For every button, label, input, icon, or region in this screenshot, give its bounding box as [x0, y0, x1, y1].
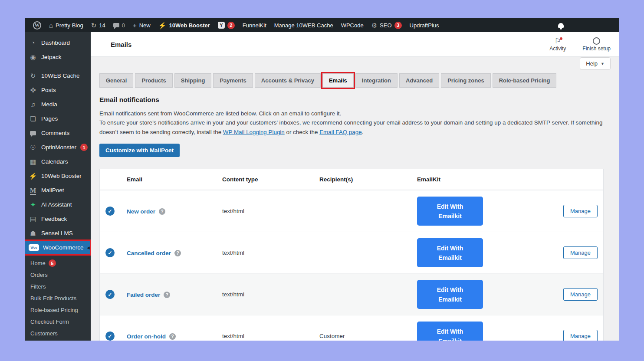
edit-with-emailkit-button[interactable]: Edit WithEmailkit [417, 280, 483, 309]
manage-button[interactable]: Manage [563, 330, 598, 341]
seo-badge: 3 [394, 22, 402, 29]
manage-button[interactable]: Manage [563, 205, 598, 217]
help-tip-icon[interactable]: ? [159, 208, 165, 215]
manage-button[interactable]: Manage [563, 288, 598, 301]
enabled-check-icon: ✓ [105, 248, 115, 257]
tab-integration[interactable]: Integration [355, 73, 398, 88]
dashboard-icon: ◔ [29, 39, 37, 46]
yoast-link[interactable]: Y2 [214, 18, 239, 32]
enabled-check-icon: ✓ [105, 207, 115, 216]
section-description-line2: To ensure your store’s notifications arr… [99, 118, 604, 137]
email-name-link[interactable]: Failed order [127, 292, 160, 298]
content-type-value: text/html [222, 249, 319, 256]
edit-with-emailkit-button[interactable]: Edit WithEmailkit [417, 197, 483, 226]
admin-sidebar: ◔Dashboard ◉Jetpack ↻10WEB Cache ✜Posts … [25, 32, 91, 341]
recipient-value: Customer [319, 333, 417, 339]
tab-general[interactable]: General [99, 73, 133, 88]
email-name-link[interactable]: New order [127, 208, 155, 215]
browser-screenshot-frame: W ⌂Pretty Blog ↻14 0 +New ⚡10Web Booster… [25, 18, 619, 341]
sidebar-item-woocommerce[interactable]: WooWooCommerce◀ [25, 240, 91, 255]
yoast-seo-icon: Y [218, 22, 225, 29]
funnelkit-link[interactable]: FunnelKit [239, 18, 270, 32]
email-faq-page-link[interactable]: Email FAQ page [319, 129, 362, 135]
edit-with-emailkit-button[interactable]: Edit WithEmailkit [417, 238, 483, 267]
wp-mail-logging-plugin-link[interactable]: WP Mail Logging Plugin [223, 129, 285, 135]
finish-setup-button[interactable]: Finish setup [582, 37, 611, 52]
tab-role-based-pricing[interactable]: Role-based Pricing [493, 73, 557, 88]
table-header-row: Email Content type Recipient(s) EmailKit [100, 169, 603, 190]
submenu-item-role-based-pricing[interactable]: Role-based Pricing [25, 304, 91, 316]
col-header-recipients: Recipient(s) [319, 176, 417, 183]
sidebar-item-jetpack[interactable]: ◉Jetpack [25, 50, 91, 64]
sidebar-item-mailpoet[interactable]: MMailPoet [25, 183, 91, 197]
sidebar-item-pages[interactable]: ❏Pages [25, 112, 91, 126]
calendar-icon: ▦ [29, 158, 37, 166]
sidebar-item-10web-booster[interactable]: ⚡10Web Booster [25, 169, 91, 183]
tab-emails[interactable]: Emails [322, 73, 354, 88]
site-name-link[interactable]: ⌂Pretty Blog [45, 18, 87, 32]
table-row-new-order: ✓ New order? text/html Edit WithEmailkit… [100, 190, 603, 232]
pushpin-icon: ✜ [29, 86, 37, 94]
updates-icon: ↻ [91, 22, 97, 29]
activity-button[interactable]: ⚐Activity [549, 37, 566, 52]
sidebar-item-posts[interactable]: ✜Posts [25, 83, 91, 97]
cache-icon: ↻ [29, 72, 37, 80]
customize-with-mailpoet-button[interactable]: Customize with MailPoet [99, 144, 180, 157]
sidebar-item-calendars[interactable]: ▦Calendars [25, 154, 91, 169]
home-icon: ⌂ [49, 22, 53, 29]
tab-products[interactable]: Products [135, 73, 172, 88]
help-dropdown-button[interactable]: Help▼ [580, 57, 611, 70]
tab-accounts-privacy[interactable]: Accounts & Privacy [255, 73, 321, 88]
sidebar-item-sensei-lms[interactable]: ☗Sensei LMS [25, 226, 91, 240]
content-type-value: text/html [222, 333, 319, 339]
sidebar-item-optinmonster[interactable]: ☉OptinMonster1 [25, 140, 91, 154]
submenu-item-checkout-form[interactable]: Checkout Form [25, 316, 91, 328]
tab-shipping[interactable]: Shipping [174, 73, 212, 88]
sidebar-item-dashboard[interactable]: ◔Dashboard [25, 36, 91, 50]
yoast-badge: 2 [227, 22, 235, 29]
col-header-email: Email [127, 176, 222, 183]
optinmonster-badge: 1 [80, 144, 88, 151]
wp-admin-bar: W ⌂Pretty Blog ↻14 0 +New ⚡10Web Booster… [25, 18, 619, 32]
sidebar-item-media[interactable]: ♫Media [25, 97, 91, 112]
updates-link[interactable]: ↻14 [87, 18, 109, 32]
help-tip-icon[interactable]: ? [164, 292, 170, 298]
submenu-item-bulk-edit-products[interactable]: Bulk Edit Products [25, 292, 91, 304]
progress-ring-icon [593, 37, 600, 45]
sidebar-item-ai-assistant[interactable]: ✦AI Assistant [25, 197, 91, 212]
submenu-item-home[interactable]: Home5 [25, 257, 91, 269]
wp-logo-menu[interactable]: W [29, 18, 45, 32]
wpcode-link[interactable]: WPCode [337, 18, 368, 32]
sidebar-item-comments[interactable]: Comments [25, 126, 91, 140]
settings-tabs: General Products Shipping Payments Accou… [99, 73, 619, 88]
optinmonster-icon: ☉ [29, 144, 37, 151]
tab-payments[interactable]: Payments [213, 73, 253, 88]
email-name-link[interactable]: Cancelled order [127, 250, 171, 256]
submenu-item-filters[interactable]: Filters [25, 281, 91, 292]
submenu-item-orders[interactable]: Orders [25, 269, 91, 281]
comments-link[interactable]: 0 [109, 18, 129, 32]
manage-10web-cache-link[interactable]: Manage 10WEB Cache [270, 18, 337, 32]
enabled-check-icon: ✓ [105, 290, 115, 299]
manage-button[interactable]: Manage [563, 246, 598, 259]
help-tip-icon[interactable]: ? [169, 333, 176, 340]
seo-link[interactable]: ⚙SEO3 [368, 18, 406, 32]
updraftplus-link[interactable]: UpdraftPlus [406, 18, 443, 32]
content-type-value: text/html [222, 291, 319, 298]
booster-link[interactable]: ⚡10Web Booster [154, 18, 214, 32]
sidebar-item-10web-cache[interactable]: ↻10WEB Cache [25, 69, 91, 83]
tab-advanced[interactable]: Advanced [399, 73, 439, 88]
tab-pricing-zones[interactable]: Pricing zones [441, 73, 491, 88]
help-tip-icon[interactable]: ? [174, 250, 181, 256]
media-icon: ♫ [29, 101, 37, 108]
submenu-item-customers[interactable]: Customers [25, 328, 91, 339]
feedback-icon: ▤ [29, 215, 37, 223]
10web-booster-icon: ⚡ [29, 172, 37, 180]
edit-with-emailkit-button[interactable]: Edit WithEmailkit [417, 322, 483, 341]
sidebar-item-feedback[interactable]: ▤Feedback [25, 212, 91, 226]
new-content-link[interactable]: +New [129, 18, 154, 32]
notifications-bell-icon[interactable] [558, 23, 564, 28]
jetpack-icon: ◉ [29, 53, 37, 61]
wordpress-logo-icon: W [33, 21, 41, 30]
email-name-link[interactable]: Order on-hold [127, 333, 166, 340]
